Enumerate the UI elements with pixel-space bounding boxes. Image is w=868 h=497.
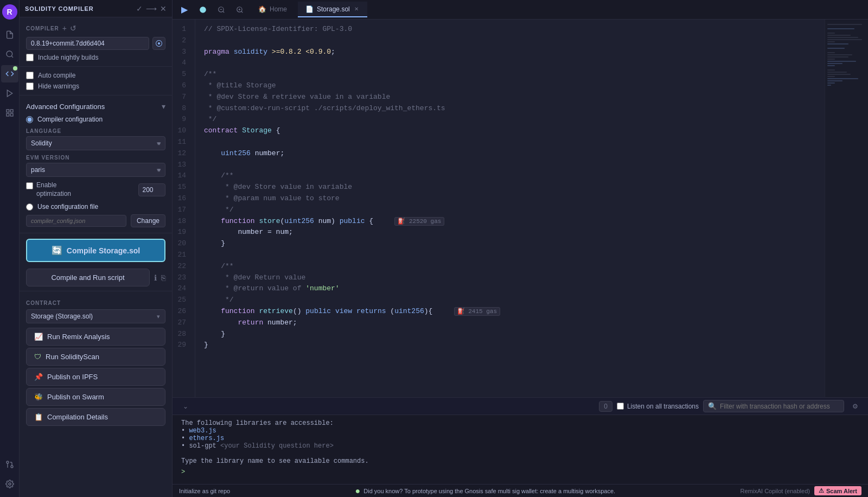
code-content[interactable]: // SPDX-License-Identifier: GPL-3.0 prag… — [195, 20, 825, 397]
compiler-config-radio-label: Compiler configuration — [37, 116, 103, 123]
storage-sol-tab-label: Storage.sol — [317, 5, 350, 13]
advanced-config-header[interactable]: Advanced Configurations ▾ — [20, 99, 172, 114]
language-select-wrap: Solidity ▾ — [20, 135, 172, 151]
info-icon[interactable]: ℹ — [154, 273, 157, 282]
sidebar-item-git[interactable] — [1, 456, 18, 473]
terminal-output: The following libraries are accessible: … — [173, 415, 868, 484]
tx-search: 🔍 — [703, 400, 844, 412]
auto-compile-row[interactable]: Auto compile — [20, 70, 172, 81]
compiler-version-info-btn[interactable]: ⦿ — [152, 37, 165, 50]
tx-count: 0 — [599, 401, 612, 412]
refresh-compiler-icon[interactable]: ↺ — [70, 24, 76, 33]
scam-alert-text: Scam Alert — [826, 488, 857, 494]
copy-icon[interactable]: ⎘ — [161, 273, 165, 282]
svg-point-7 — [11, 466, 13, 468]
auto-compile-checkbox[interactable] — [26, 72, 34, 79]
run-btn[interactable]: ▶ — [177, 2, 192, 17]
terminal-line-3: • ethers.js — [181, 435, 859, 442]
optimization-runs-input[interactable] — [138, 183, 165, 196]
bottom-toolbar: ⌄ 0 Listen on all transactions 🔍 ⚙ — [173, 398, 868, 415]
language-select[interactable]: Solidity — [26, 136, 165, 150]
tx-listen-text: Listen on all transactions — [627, 403, 699, 410]
advanced-config-toggle[interactable]: ▾ — [162, 102, 165, 111]
optimization-row: Enableoptimization — [20, 178, 172, 201]
top-bar: ▶ 🏠 Home 📄 Storage.sol ✕ — [173, 0, 868, 20]
run-remix-analysis-btn[interactable]: 📈 Run Remix Analysis — [26, 328, 165, 346]
svg-line-16 — [241, 11, 243, 12]
expand-icon[interactable]: ⟶ — [146, 4, 157, 13]
sidebar-item-file[interactable] — [1, 26, 18, 43]
tab-close-btn[interactable]: ✕ — [353, 5, 360, 13]
terminal-line-4: • sol-gpt <your Solidity question here> — [181, 442, 859, 450]
tx-filter-input[interactable] — [720, 403, 839, 410]
zoom-out-btn[interactable] — [214, 2, 229, 17]
tx-listen-checkbox[interactable] — [617, 403, 624, 410]
icon-bar: R — [0, 0, 20, 497]
minimap — [825, 20, 868, 397]
tx-listen-label[interactable]: Listen on all transactions — [617, 403, 699, 410]
compiler-config-radio[interactable] — [26, 116, 33, 123]
svg-rect-4 — [10, 110, 13, 112]
code-editor: 1 2 3 4 5 6 7 8 9 10 11 12 13 14 15 16 1… — [173, 20, 868, 397]
close-icon[interactable]: ✕ — [160, 4, 167, 13]
status-left[interactable]: Initialize as git repo — [179, 488, 230, 494]
web3-link[interactable]: web3.js — [189, 427, 216, 435]
contract-select[interactable]: Storage (Storage.sol) — [26, 309, 165, 323]
compiler-config-radio-row[interactable]: Compiler configuration — [20, 114, 172, 125]
svg-rect-3 — [7, 110, 9, 112]
status-tip: Did you know? To prototype using the Gno… — [363, 488, 615, 494]
opt-check-wrap: Enableoptimization — [26, 181, 134, 198]
run-solidityscan-label: Run SolidityScan — [46, 353, 99, 361]
use-config-file-radio[interactable] — [26, 203, 33, 211]
storage-sol-tab[interactable]: 📄 Storage.sol ✕ — [298, 2, 367, 17]
ethers-link[interactable]: ethers.js — [189, 435, 224, 442]
compilation-details-icon: 📋 — [34, 413, 43, 421]
terminal-line-6: Type the library name to see available c… — [181, 457, 859, 465]
compile-btn[interactable]: 🔄 Compile Storage.sol — [26, 239, 165, 262]
change-config-btn[interactable]: Change — [131, 214, 165, 227]
include-nightly-checkbox[interactable] — [26, 54, 34, 61]
tx-settings-btn[interactable]: ⚙ — [848, 400, 861, 413]
sidebar-content: COMPILER + ↺ 0.8.19+commit.7dd6d404 ⦿ In… — [20, 17, 172, 497]
compiler-version-select[interactable]: 0.8.19+commit.7dd6d404 — [26, 37, 149, 50]
publish-ipfs-btn[interactable]: 📌 Publish on IPFS — [26, 368, 165, 386]
config-file-input[interactable] — [26, 215, 126, 227]
copilot-status: RemixAI Copilot (enabled) — [741, 488, 810, 494]
zoom-in-btn[interactable] — [232, 2, 247, 17]
status-center: ● Did you know? To prototype using the G… — [355, 486, 616, 496]
svg-line-13 — [223, 11, 225, 12]
terminal-line-1: The following libraries are accessible: — [181, 419, 859, 427]
active-plugin-btn[interactable] — [195, 2, 210, 17]
hide-warnings-label: Hide warnings — [38, 82, 79, 90]
config-file-row: Change — [20, 212, 172, 230]
compilation-details-btn[interactable]: 📋 Compilation Details — [26, 408, 165, 426]
enable-optimization-checkbox[interactable] — [26, 182, 33, 189]
run-remix-icon: 📈 — [34, 333, 43, 341]
evm-version-select[interactable]: paris — [26, 163, 165, 177]
sidebar-item-plugin[interactable] — [1, 104, 18, 122]
run-solidityscan-icon: 🛡 — [34, 353, 41, 361]
compile-btn-label: Compile Storage.sol — [67, 246, 140, 255]
sidebar-item-settings[interactable] — [1, 475, 18, 493]
hide-warnings-row[interactable]: Hide warnings — [20, 81, 172, 92]
check-icon[interactable]: ✓ — [136, 4, 143, 13]
sidebar-item-search[interactable] — [1, 46, 18, 63]
home-tab[interactable]: 🏠 Home — [251, 2, 295, 17]
add-compiler-icon[interactable]: + — [62, 24, 67, 33]
panel-collapse-btn[interactable]: ⌄ — [179, 400, 192, 413]
hide-warnings-checkbox[interactable] — [26, 82, 34, 90]
use-config-file-label: Use configuration file — [37, 203, 98, 211]
bottom-panel: ⌄ 0 Listen on all transactions 🔍 ⚙ The f… — [173, 397, 868, 484]
scam-alert[interactable]: ⚠ Scam Alert — [814, 486, 861, 495]
use-config-file-row[interactable]: Use configuration file — [20, 201, 172, 212]
contract-label: CONTRACT — [26, 300, 165, 306]
sidebar-item-compiler[interactable] — [1, 65, 18, 82]
publish-swarm-btn[interactable]: 🐝 Publish on Swarm — [26, 388, 165, 406]
svg-rect-5 — [10, 113, 13, 116]
compile-script-btn[interactable]: Compile and Run script — [26, 269, 150, 286]
include-nightly-row[interactable]: Include nightly builds — [20, 52, 172, 63]
language-field-label: LANGUAGE — [20, 125, 172, 135]
sidebar-item-deploy[interactable] — [1, 85, 18, 102]
run-solidityscan-btn[interactable]: 🛡 Run SolidityScan — [26, 348, 165, 366]
auto-compile-label: Auto compile — [38, 72, 75, 79]
